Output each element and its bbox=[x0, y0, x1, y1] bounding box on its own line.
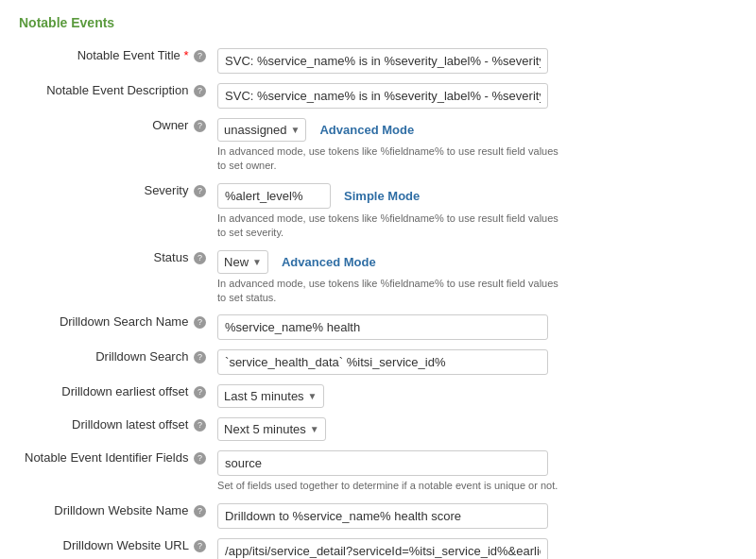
drilldown-latest-offset-help-icon[interactable]: ? bbox=[194, 419, 206, 432]
drilldown-latest-offset-label: Drilldown latest offset bbox=[72, 417, 188, 432]
status-help-icon[interactable]: ? bbox=[194, 252, 206, 264]
drilldown-search-name-help-icon[interactable]: ? bbox=[194, 316, 206, 329]
drilldown-earliest-offset-arrow: ▼ bbox=[308, 391, 318, 401]
notable-event-identifier-fields-label: Notable Event Identifier Fields bbox=[25, 450, 188, 465]
drilldown-search-label: Drilldown Search bbox=[95, 349, 188, 364]
notable-event-identifier-fields-help-icon[interactable]: ? bbox=[194, 452, 206, 465]
notable-event-title-input[interactable] bbox=[217, 48, 548, 74]
owner-dropdown-value: unassigned bbox=[224, 123, 287, 137]
drilldown-latest-offset-value: Next 5 minutes bbox=[224, 422, 306, 436]
drilldown-website-url-help-icon[interactable]: ? bbox=[194, 540, 206, 552]
drilldown-search-name-label: Drilldown Search Name bbox=[60, 314, 189, 329]
status-dropdown-value: New bbox=[224, 255, 249, 269]
drilldown-search-name-input[interactable] bbox=[217, 314, 548, 340]
drilldown-website-url-input[interactable] bbox=[217, 538, 548, 559]
required-marker: * bbox=[180, 48, 189, 62]
drilldown-search-input[interactable] bbox=[217, 349, 548, 375]
owner-label: Owner bbox=[152, 118, 188, 132]
severity-input[interactable] bbox=[217, 183, 331, 209]
notable-event-identifier-fields-hint: Set of fields used together to determine… bbox=[217, 479, 567, 493]
notable-event-description-label: Notable Event Description bbox=[46, 83, 188, 97]
section-title: Notable Events bbox=[19, 15, 737, 30]
owner-help-icon[interactable]: ? bbox=[194, 120, 206, 132]
severity-hint: In advanced mode, use tokens like %field… bbox=[217, 212, 567, 241]
notable-event-identifier-fields-input[interactable] bbox=[217, 450, 548, 476]
drilldown-latest-offset-arrow: ▼ bbox=[310, 424, 319, 434]
status-dropdown-arrow: ▼ bbox=[252, 257, 262, 267]
owner-advanced-mode-link[interactable]: Advanced Mode bbox=[319, 123, 414, 137]
owner-hint: In advanced mode, use tokens like %field… bbox=[217, 144, 567, 174]
drilldown-website-name-help-icon[interactable]: ? bbox=[194, 505, 206, 517]
drilldown-earliest-offset-help-icon[interactable]: ? bbox=[194, 386, 206, 398]
owner-dropdown-arrow: ▼ bbox=[291, 125, 301, 135]
notable-event-title-label: Notable Event Title bbox=[77, 48, 180, 62]
owner-dropdown[interactable]: unassigned ▼ bbox=[217, 118, 306, 142]
drilldown-earliest-offset-label: Drilldown earliest offset bbox=[61, 384, 188, 398]
drilldown-earliest-offset-dropdown[interactable]: Last 5 minutes ▼ bbox=[217, 384, 323, 408]
status-label: Status bbox=[154, 250, 189, 264]
severity-label: Severity bbox=[144, 183, 188, 197]
severity-simple-mode-link[interactable]: Simple Mode bbox=[344, 189, 420, 203]
status-advanced-mode-link[interactable]: Advanced Mode bbox=[282, 255, 376, 269]
severity-help-icon[interactable]: ? bbox=[194, 185, 206, 197]
drilldown-website-name-label: Drilldown Website Name bbox=[54, 503, 188, 517]
notable-event-description-help-icon[interactable]: ? bbox=[194, 85, 206, 97]
drilldown-website-url-label: Drilldown Website URL bbox=[63, 538, 189, 552]
drilldown-search-help-icon[interactable]: ? bbox=[194, 351, 206, 364]
notable-event-title-help-icon[interactable]: ? bbox=[194, 50, 206, 62]
drilldown-latest-offset-dropdown[interactable]: Next 5 minutes ▼ bbox=[217, 417, 326, 441]
status-dropdown[interactable]: New ▼ bbox=[217, 250, 268, 274]
drilldown-website-name-input[interactable] bbox=[217, 503, 548, 529]
notable-event-description-input[interactable] bbox=[217, 83, 548, 109]
status-hint: In advanced mode, use tokens like %field… bbox=[217, 277, 567, 306]
drilldown-earliest-offset-value: Last 5 minutes bbox=[224, 389, 304, 403]
